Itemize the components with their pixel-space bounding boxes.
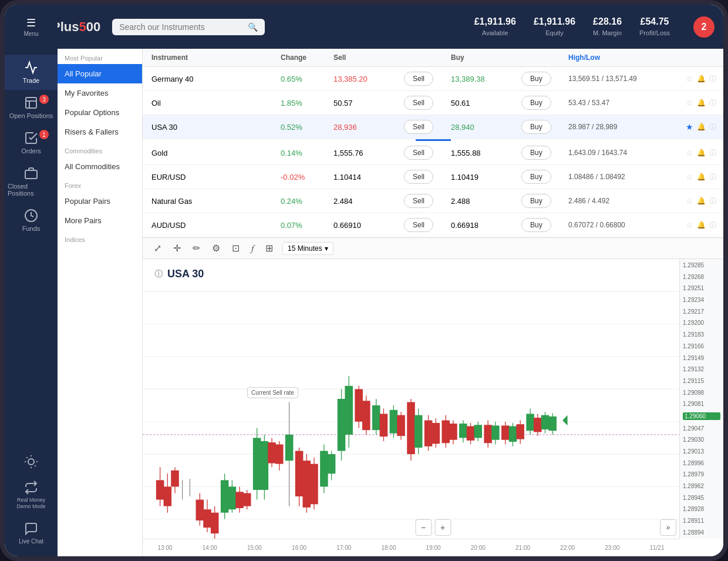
svg-rect-114 [548, 416, 557, 431]
sidebar-item-funds[interactable]: Funds [5, 203, 58, 238]
expand-button[interactable]: » [660, 519, 676, 536]
nav-item-all-commodities[interactable]: All Commodities [58, 157, 142, 176]
bell-icon[interactable]: 🔔 [697, 149, 706, 157]
svg-line-9 [35, 466, 35, 466]
svg-rect-48 [268, 442, 276, 463]
svg-rect-26 [171, 471, 179, 487]
info-icon[interactable]: ⓘ [709, 220, 716, 230]
expand-chart-button[interactable]: ⤢ [151, 241, 164, 255]
bell-icon[interactable]: 🔔 [697, 197, 706, 205]
info-icon[interactable]: ⓘ [709, 172, 716, 182]
row-actions: ☆ 🔔 ⓘ [686, 196, 723, 206]
price-label: 1.29234 [683, 297, 720, 303]
sell-value: 13,385.20 [333, 75, 404, 83]
bell-icon[interactable]: 🔔 [697, 99, 706, 107]
svg-point-5 [28, 459, 34, 465]
chart-area: ⓘ USA 30 [143, 259, 723, 556]
change-value: 0.65% [281, 75, 333, 83]
sidebar-item-open-positions[interactable]: Open Positions 3 [5, 90, 58, 125]
nav-item-popular-options[interactable]: Popular Options [58, 103, 142, 122]
formula-button[interactable]: 𝑓 [249, 242, 256, 255]
search-input[interactable] [119, 22, 245, 32]
buy-button[interactable]: Buy [521, 146, 551, 160]
buy-button[interactable]: Buy [521, 170, 551, 184]
orders-badge: 1 [39, 130, 49, 139]
sell-button[interactable]: Sell [404, 218, 433, 232]
row-actions: ☆ 🔔 ⓘ [686, 172, 723, 182]
star-icon[interactable]: ☆ [686, 172, 693, 182]
sidebar-item-live-chat[interactable]: Live Chat [5, 516, 58, 550]
zoom-in-button[interactable]: + [434, 519, 451, 536]
price-label: 1.28996 [683, 460, 720, 466]
notification-badge[interactable]: 2 [693, 16, 714, 38]
draw-button[interactable]: ✏ [190, 241, 203, 255]
bell-icon[interactable]: 🔔 [697, 173, 706, 181]
nav-item-more-pairs[interactable]: More Pairs [58, 211, 142, 230]
buy-value: 1,555.88 [451, 149, 521, 157]
svg-rect-72 [372, 405, 380, 430]
info-icon[interactable]: ⓘ [709, 148, 716, 158]
price-axis: 1.29285 1.29268 1.29251 1.29234 1.29217 … [679, 259, 723, 539]
buy-button[interactable]: Buy [521, 218, 551, 232]
search-bar[interactable]: 🔍 [112, 19, 265, 35]
star-icon[interactable]: ☆ [686, 98, 693, 108]
zoom-out-button[interactable]: − [415, 519, 432, 536]
svg-rect-42 [243, 493, 251, 506]
time-label: 15:00 [232, 545, 277, 551]
buy-button[interactable]: Buy [521, 96, 551, 110]
settings-button[interactable]: ⚙ [210, 241, 223, 255]
buy-value: 0.66918 [451, 221, 521, 230]
price-label: 1.28928 [683, 506, 720, 512]
star-icon[interactable]: ☆ [686, 74, 693, 83]
nav-item-popular-pairs[interactable]: Popular Pairs [58, 192, 142, 211]
info-icon[interactable]: ⓘ [709, 74, 716, 84]
row-actions: ★ 🔔 ⓘ [686, 122, 723, 132]
sell-button[interactable]: Sell [404, 96, 433, 110]
svg-rect-94 [467, 426, 475, 440]
nav-item-all-popular[interactable]: All Popular [58, 64, 142, 83]
buy-value: 1.10419 [451, 173, 521, 182]
sell-value: 0.66910 [333, 221, 404, 230]
forex-label: Forex [58, 176, 142, 192]
info-icon[interactable]: ⓘ [709, 122, 716, 132]
bell-icon[interactable]: 🔔 [697, 123, 706, 131]
price-label: 1.29030 [683, 436, 720, 443]
buy-button[interactable]: Buy [521, 72, 551, 86]
candlestick-button[interactable]: ⊞ [263, 241, 275, 255]
sidebar-item-closed-positions[interactable]: Closed Positions [5, 160, 58, 203]
copy-button[interactable]: ⊡ [230, 241, 242, 255]
crosshair-button[interactable]: ✛ [171, 241, 183, 255]
sell-button[interactable]: Sell [404, 146, 433, 160]
col-actions [686, 53, 723, 62]
star-icon[interactable]: ☆ [686, 148, 693, 157]
star-icon[interactable]: ☆ [686, 196, 693, 206]
svg-rect-40 [235, 492, 244, 508]
nav-item-risers-fallers[interactable]: Risers & Fallers [58, 122, 142, 142]
menu-button[interactable]: ☰ Menu [5, 5, 58, 49]
sidebar-item-trade[interactable]: Trade [5, 55, 58, 90]
sell-button[interactable]: Sell [404, 194, 433, 208]
time-label: 19:00 [411, 545, 456, 551]
nav-item-my-favorites[interactable]: My Favorites [58, 83, 142, 103]
sidebar-item-brightness[interactable] [5, 449, 58, 475]
bell-icon[interactable]: 🔔 [697, 75, 706, 83]
sell-button[interactable]: Sell [404, 170, 433, 184]
sidebar-item-real-money[interactable]: Real MoneyDemo Mode [5, 475, 58, 516]
buy-button[interactable]: Buy [521, 194, 551, 208]
bell-icon[interactable]: 🔔 [697, 221, 706, 229]
star-icon[interactable]: ★ [686, 122, 693, 132]
trade-icon [24, 61, 38, 75]
buy-button[interactable]: Buy [521, 120, 551, 134]
sell-button[interactable]: Sell [404, 120, 433, 134]
svg-rect-62 [328, 454, 336, 473]
orders-label: Orders [21, 147, 41, 154]
star-icon[interactable]: ☆ [686, 220, 693, 230]
svg-rect-110 [534, 418, 542, 432]
svg-rect-36 [221, 480, 229, 512]
table-header: Instrument Change Sell Buy High/Low [143, 49, 723, 67]
sell-button[interactable]: Sell [404, 72, 433, 86]
info-icon[interactable]: ⓘ [709, 98, 716, 108]
timeframe-selector[interactable]: 15 Minutes ▾ [282, 242, 333, 255]
info-icon[interactable]: ⓘ [709, 196, 716, 206]
sidebar-item-orders[interactable]: Orders 1 [5, 125, 58, 160]
